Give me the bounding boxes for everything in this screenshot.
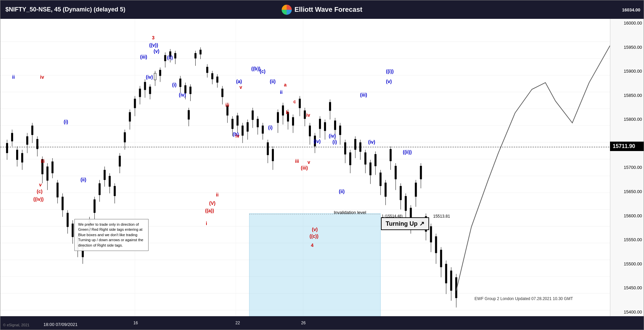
svg-rect-79 — [154, 73, 156, 80]
wave-label-ii-1: ii — [12, 74, 15, 80]
svg-rect-125 — [267, 142, 269, 155]
svg-rect-193 — [440, 250, 442, 267]
svg-rect-31 — [31, 125, 33, 135]
turning-up-text: Turning Up — [386, 220, 418, 227]
svg-rect-99 — [206, 67, 208, 73]
svg-rect-83 — [164, 55, 166, 61]
wave-label-iii-top: (iii) — [360, 92, 367, 98]
wave-label-iv-a: iv — [235, 133, 239, 139]
svg-rect-195 — [445, 264, 447, 283]
wave-label-4: 4 — [311, 243, 314, 248]
esignal-label: © eSignal, 2021 — [3, 323, 29, 327]
turning-up-box: Turning Up ↗ — [381, 217, 429, 230]
price-right-label: 15513.81 — [433, 214, 450, 219]
wave-label-c-red2: c — [293, 99, 296, 104]
wave-label-ii-btm: ((ii)) — [403, 149, 412, 155]
wave-label-va: (V) — [209, 200, 216, 206]
price-15700: 15700.00 — [612, 165, 642, 170]
svg-rect-59 — [104, 170, 106, 180]
svg-rect-155 — [344, 142, 346, 154]
svg-rect-105 — [221, 89, 223, 97]
header-price: 16034.00 — [622, 7, 640, 12]
price-15800: 15800.00 — [612, 117, 642, 122]
wave-label-v-a2: v — [239, 84, 242, 90]
wave-label-c-1: (c) — [260, 69, 265, 74]
svg-rect-175 — [395, 166, 397, 179]
disclaimer-box: We prefer to trade only in direction of … — [74, 219, 149, 251]
svg-rect-127 — [272, 149, 274, 161]
arrow-up-icon: ↗ — [419, 220, 424, 227]
svg-rect-115 — [242, 125, 244, 136]
svg-rect-121 — [257, 119, 259, 127]
svg-rect-171 — [385, 183, 387, 197]
svg-rect-47 — [72, 224, 74, 237]
svg-rect-139 — [304, 110, 306, 119]
svg-rect-89 — [179, 79, 181, 87]
svg-rect-163 — [364, 152, 366, 164]
wave-label-ii-top: ((i)) — [386, 69, 394, 74]
svg-rect-153 — [339, 125, 341, 135]
wave-label-v-top: (v) — [386, 79, 392, 84]
svg-rect-137 — [299, 99, 301, 108]
svg-rect-87 — [174, 53, 176, 59]
price-15600: 15600.00 — [612, 213, 642, 218]
wave-label-ii-a: ii — [216, 192, 219, 197]
svg-rect-129 — [277, 112, 279, 123]
svg-rect-33 — [36, 139, 38, 149]
wave-label-vv-1: ((v)) — [149, 42, 158, 48]
wave-label-b-red: b — [286, 110, 289, 115]
price-15900: 15900.00 — [612, 69, 642, 74]
wave-label-3: 3 — [152, 35, 155, 40]
wave-label-iv-4: (iv) — [314, 139, 321, 144]
chart-bottom-bar — [610, 316, 644, 330]
svg-rect-67 — [124, 132, 126, 142]
svg-rect-73 — [139, 89, 141, 97]
time-axis: 18:00 07/09/2021 16 22 26 — [0, 316, 610, 330]
wave-label-v-red-1: v — [39, 182, 42, 187]
wave-label-iv-red: iv — [40, 74, 44, 80]
wave-label-bb-1: ((b)) — [251, 66, 260, 71]
wave-label-i-4: (i) — [332, 139, 337, 145]
svg-rect-77 — [149, 87, 151, 94]
wave-label-ii-6: (ii) — [339, 189, 345, 194]
svg-rect-169 — [380, 173, 382, 186]
svg-rect-157 — [349, 152, 351, 165]
wave-label-cc: ((c)) — [310, 233, 318, 239]
wave-label-v-cc: (v) — [312, 227, 318, 232]
svg-rect-185 — [420, 166, 422, 179]
price-15450: 15450.00 — [612, 285, 642, 290]
svg-rect-45 — [67, 213, 69, 227]
svg-rect-131 — [282, 105, 284, 115]
forecast-lines — [456, 46, 610, 291]
wave-label-iv-3: (iv) — [329, 133, 336, 139]
svg-rect-43 — [62, 197, 64, 210]
svg-rect-165 — [369, 162, 372, 175]
disclaimer-text: We prefer to trade only in direction of … — [78, 222, 143, 247]
price-15650: 15650.00 — [612, 189, 642, 194]
svg-rect-109 — [231, 119, 233, 129]
datetime-box: 18:00 07/09/2021 — [41, 321, 80, 328]
time-label-22: 22 — [235, 321, 240, 325]
wave-label-v-red2: v — [308, 159, 310, 165]
svg-rect-123 — [262, 125, 264, 134]
svg-rect-173 — [390, 149, 392, 161]
wave-label-iv-1: (iv) — [146, 74, 153, 80]
svg-rect-81 — [159, 70, 161, 76]
svg-rect-57 — [99, 183, 101, 195]
ewf-logo: Elliott Wave Forecast — [282, 5, 362, 15]
svg-rect-149 — [329, 102, 331, 111]
wave-label-aa: ((a)) — [205, 208, 214, 213]
svg-rect-145 — [319, 119, 321, 129]
current-price-value: 15711.90 — [613, 143, 635, 149]
svg-rect-75 — [144, 82, 146, 90]
svg-rect-197 — [450, 270, 452, 291]
time-label-16: 16 — [133, 321, 138, 325]
svg-rect-93 — [189, 87, 191, 94]
svg-rect-61 — [109, 176, 111, 187]
datetime-value: 18:00 07/09/2021 — [43, 322, 77, 327]
invalidation-text: Invalidation level — [334, 210, 366, 215]
wave-label-ii-3: (ii) — [167, 55, 173, 60]
price-15500: 15500.00 — [612, 261, 642, 266]
chart-area: ii (i) (ii) (iii) (iv) ((v)) (v) (ii) (i… — [0, 19, 610, 316]
svg-rect-191 — [435, 236, 437, 253]
